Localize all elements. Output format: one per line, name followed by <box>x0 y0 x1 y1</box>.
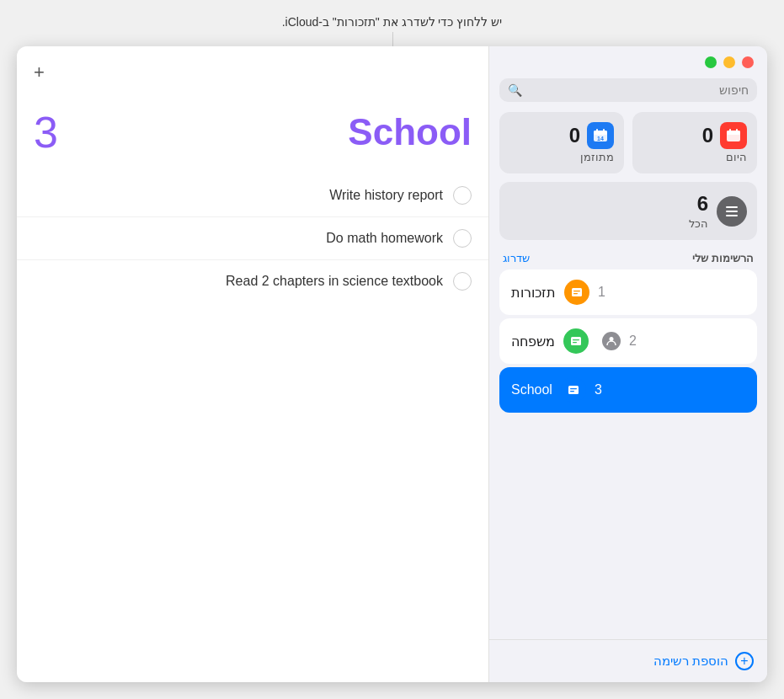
search-input[interactable] <box>527 83 749 97</box>
task-list: Write history report Do math homework Re… <box>17 166 488 311</box>
task-text: Read 2 chapters in science textbook <box>226 274 443 289</box>
task-item[interactable]: Read 2 chapters in science textbook <box>17 260 488 302</box>
task-checkbox-2[interactable] <box>453 272 472 291</box>
all-stats-info: 6 הכל <box>689 192 708 230</box>
svg-rect-6 <box>727 131 740 135</box>
family-icon <box>563 328 589 354</box>
svg-rect-10 <box>726 211 738 212</box>
list-row-reminders[interactable]: תזכורות 1 <box>499 269 757 315</box>
window-controls <box>489 46 767 75</box>
list-row-name-school: School <box>511 382 552 398</box>
list-row-name-reminders: תזכורות <box>511 285 556 301</box>
svg-rect-9 <box>726 206 738 208</box>
all-icon <box>717 196 747 227</box>
svg-rect-1 <box>594 131 607 135</box>
list-count: 3 <box>34 107 58 157</box>
task-checkbox-0[interactable] <box>453 186 472 205</box>
stats-row: 0 14 מתוזמן 0 <box>489 112 767 182</box>
school-icon <box>561 377 586 403</box>
task-item[interactable]: Do math homework <box>17 217 488 260</box>
stat-card-today[interactable]: 0 היום <box>632 112 757 173</box>
window-btn-yellow[interactable] <box>723 56 735 68</box>
list-row-name-family: משפחה <box>511 333 555 350</box>
list-row-school[interactable]: School 3 <box>499 367 757 413</box>
my-lists-header: הרשימות שלי שדרוג <box>489 248 767 269</box>
all-count: 6 <box>697 192 708 216</box>
task-checkbox-1[interactable] <box>453 229 472 248</box>
svg-rect-11 <box>726 215 738 216</box>
svg-rect-3 <box>603 129 605 132</box>
today-label: היום <box>726 151 747 163</box>
svg-rect-12 <box>572 288 582 296</box>
list-row-num-reminders: 1 <box>598 285 605 300</box>
add-task-button[interactable]: + <box>34 63 45 82</box>
task-item[interactable]: Write history report <box>17 174 488 217</box>
svg-rect-19 <box>568 386 579 394</box>
right-panel: 🔍 0 14 מתוז <box>489 46 767 682</box>
my-lists-title: הרשימות שלי <box>692 252 754 264</box>
add-list-icon: + <box>735 652 754 670</box>
add-list-row[interactable]: הוספת רשימה + <box>489 639 767 682</box>
sort-button[interactable]: שדרוג <box>503 252 530 264</box>
list-title-area: 3 School <box>17 99 488 166</box>
today-icon <box>720 122 747 149</box>
tooltip-text: יש ללחוץ כדי לשדרג את "תזכורות" ב-iCloud… <box>0 15 784 29</box>
list-title: School <box>348 111 472 153</box>
svg-rect-16 <box>573 339 579 340</box>
app-container: + 3 School Write history report Do math … <box>17 46 767 682</box>
window-btn-red[interactable] <box>742 56 754 68</box>
task-text: Write history report <box>329 188 443 203</box>
scheduled-count: 0 <box>569 124 580 147</box>
svg-rect-21 <box>570 391 574 392</box>
list-row-family[interactable]: משפחה 2 <box>499 318 757 364</box>
svg-text:14: 14 <box>597 136 604 141</box>
stat-card-scheduled[interactable]: 0 14 מתוזמן <box>499 112 624 173</box>
svg-rect-13 <box>573 291 580 291</box>
scheduled-label: מתוזמן <box>580 151 614 163</box>
list-row-num-family: 2 <box>629 333 637 349</box>
left-panel: + 3 School Write history report Do math … <box>17 46 489 682</box>
list-items: תזכורות 1 משפחה <box>489 269 767 413</box>
svg-rect-20 <box>570 388 577 389</box>
reminders-icon <box>564 280 589 305</box>
search-icon: 🔍 <box>508 83 522 97</box>
svg-rect-17 <box>573 342 577 343</box>
today-count: 0 <box>702 124 713 147</box>
left-header: + <box>17 63 488 99</box>
task-text: Do math homework <box>326 231 443 246</box>
svg-rect-15 <box>571 337 581 345</box>
add-list-label: הוספת רשימה <box>653 654 728 669</box>
calendar-icon: 14 <box>587 122 614 149</box>
all-label: הכל <box>689 217 708 230</box>
svg-rect-2 <box>596 129 598 132</box>
list-row-num-school: 3 <box>595 382 602 398</box>
svg-rect-7 <box>729 129 731 132</box>
stat-card-all[interactable]: 6 הכל <box>499 182 757 240</box>
window-btn-green[interactable] <box>705 56 717 68</box>
search-bar: 🔍 <box>499 78 757 102</box>
svg-rect-14 <box>573 293 578 294</box>
person-icon <box>602 332 621 350</box>
svg-rect-8 <box>736 129 738 132</box>
